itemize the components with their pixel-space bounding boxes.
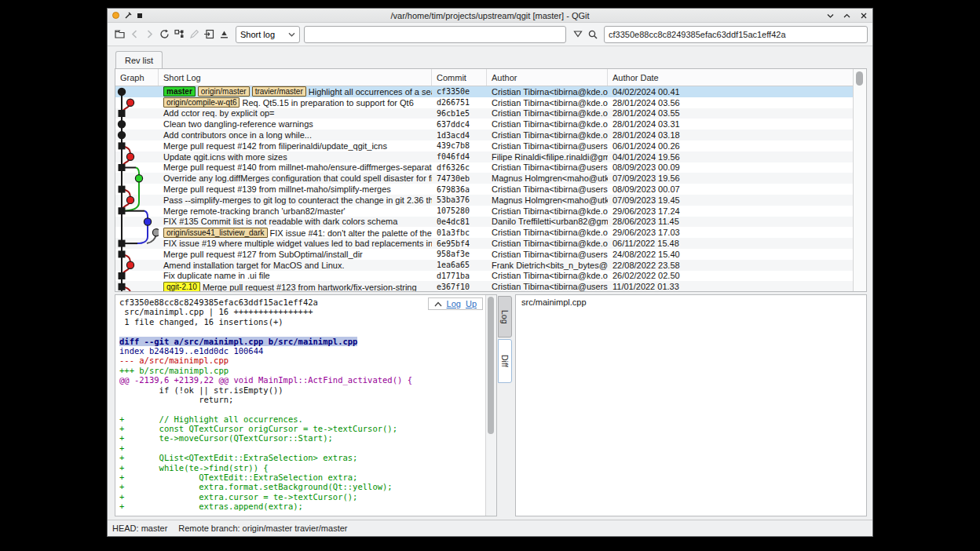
forward-chevron-icon xyxy=(144,28,155,40)
commit-subject: Merge pull request #142 from filiperinal… xyxy=(163,141,387,151)
edit-button[interactable] xyxy=(187,26,202,43)
diff-line: diff --git a/src/mainimpl.cpp b/src/main… xyxy=(119,337,357,346)
log-mode-select[interactable]: Short log xyxy=(236,26,300,43)
commit-date: 28/01/2024 03.31 xyxy=(608,119,866,129)
commit-sha: 1ea6a65 xyxy=(432,261,487,269)
table-row[interactable]: FIX #135 Commit list is not readable wit… xyxy=(115,217,866,228)
table-row[interactable]: Add cctor req. by explicit op= 96cb1e5 C… xyxy=(115,108,866,119)
log-mode-value: Short log xyxy=(240,30,275,39)
diff-text[interactable]: cf3350e88cc8c8249385efac63ddf15ac1eff42a… xyxy=(119,297,485,514)
maximize-button[interactable] xyxy=(843,11,851,20)
table-row[interactable]: Clean two dangling-reference warnings 63… xyxy=(115,119,866,130)
tab-diff[interactable]: Diff xyxy=(498,339,512,383)
branch-badge: origin/issue41_listview_dark xyxy=(163,228,268,238)
diff-line: + const QTextCursor origCursor = te->tex… xyxy=(119,424,485,433)
find-button[interactable] xyxy=(585,26,600,43)
col-header-graph[interactable]: Graph xyxy=(115,69,159,86)
filter-button[interactable] xyxy=(570,26,585,43)
commit-date: 29/06/2023 17.03 xyxy=(608,228,866,237)
file-list-item[interactable]: src/mainimpl.cpp xyxy=(516,295,866,309)
col-header-short-log[interactable]: Short Log xyxy=(159,69,432,86)
table-row[interactable]: Merge remote-tracking branch 'urban82/ma… xyxy=(115,206,866,217)
file-list-panel: src/mainimpl.cpp xyxy=(515,294,867,516)
search-input[interactable] xyxy=(304,26,566,43)
table-row[interactable]: Update qgit.icns with more sizes f046fd4… xyxy=(115,151,866,162)
tag-badge: qgit-2.10 xyxy=(163,282,200,292)
tab-rev-list[interactable]: Rev list xyxy=(115,51,163,68)
save-patch-button[interactable] xyxy=(217,26,232,43)
commit-date: 22/08/2022 23.58 xyxy=(608,261,866,270)
branch-badge: origin/master xyxy=(198,86,250,97)
log-link[interactable]: Log xyxy=(447,299,461,308)
refresh-icon xyxy=(159,28,170,40)
tab-log[interactable]: Log xyxy=(498,296,512,338)
commit-author: Cristian Tibirna<tibirna@kde.org> xyxy=(487,239,608,248)
commit-subject: Pass --simplify-merges to git log to cou… xyxy=(163,195,432,205)
diff-line: + xyxy=(119,443,485,453)
commit-sha: 679836a xyxy=(432,185,487,194)
col-header-author-date[interactable]: Author Date xyxy=(608,69,866,86)
commit-subject: Merge remote-tracking branch 'urban82/ma… xyxy=(163,206,346,216)
table-row[interactable]: Override any log.diffMerges configuratio… xyxy=(115,173,866,184)
table-row[interactable]: masterorigin/mastertravier/masterHighlig… xyxy=(115,86,866,97)
commit-graph xyxy=(115,86,159,292)
toolbar: Short log xyxy=(108,23,872,46)
minimize-button[interactable] xyxy=(826,11,835,20)
table-row[interactable]: Pass --simplify-merges to git log to cou… xyxy=(115,195,866,206)
diff-line: + extras.append(extra); xyxy=(119,502,485,511)
open-folder-button[interactable] xyxy=(112,26,127,43)
vertical-tabbar: Log Diff xyxy=(498,294,514,516)
table-row[interactable]: Fix duplicate name in .ui file d1771ba C… xyxy=(115,271,866,282)
apply-patch-button[interactable] xyxy=(202,26,217,43)
commit-date: 06/11/2022 15.48 xyxy=(608,239,866,248)
chevron-down-icon xyxy=(288,32,295,37)
table-row[interactable]: Merge pull request #127 from SubOptimal/… xyxy=(115,249,866,260)
table-row[interactable]: Merge pull request #142 from filiperinal… xyxy=(115,140,866,151)
commit-author: Cristian Tibirna<tibirna@kde.org> xyxy=(487,271,608,280)
col-header-author[interactable]: Author xyxy=(487,69,608,86)
commit-subject: Merge pull request #139 from millnet-mah… xyxy=(163,184,391,194)
table-row[interactable]: qgit-2.10Merge pull request #123 from ha… xyxy=(115,281,866,292)
col-header-commit[interactable]: Commit xyxy=(432,69,487,86)
refresh-button[interactable] xyxy=(157,26,172,43)
commit-author: Cristian Tibirna<tibirna@users.nor... xyxy=(487,250,608,259)
tree-view-button[interactable] xyxy=(172,26,187,43)
commit-date: 24/08/2022 15.40 xyxy=(608,250,866,259)
table-row[interactable]: FIX issue #19 where multiple widget valu… xyxy=(115,238,866,249)
diff-line: return; xyxy=(119,395,485,404)
commit-author: Cristian Tibirna<tibirna@kde.org> xyxy=(487,130,608,140)
table-row[interactable]: Merge pull request #140 from millnet-mah… xyxy=(115,162,866,173)
branch-badge: origin/compile-w-qt6 xyxy=(163,97,240,108)
qgit-window: /var/home/tim/projects/upstream/qgit [ma… xyxy=(107,8,873,537)
commit-date: 28/01/2024 03.56 xyxy=(608,98,866,108)
commit-date: 06/01/2024 00.26 xyxy=(608,141,866,151)
table-row[interactable]: Add contributors once in a long while...… xyxy=(115,130,866,140)
commit-date: 07/09/2023 19.45 xyxy=(608,195,866,205)
close-button[interactable] xyxy=(859,11,868,20)
commit-subject: FIX issue #41: don't alter the palette o… xyxy=(270,228,432,238)
revlist-scrollbar[interactable] xyxy=(853,69,866,291)
forward-button[interactable] xyxy=(142,26,157,43)
diff-scrollbar-thumb[interactable] xyxy=(488,297,494,434)
branch-badge: master xyxy=(163,86,196,97)
commit-date: 28/01/2024 03.55 xyxy=(608,108,866,118)
diff-scrollbar[interactable] xyxy=(485,295,496,516)
commit-date: 29/06/2023 17.24 xyxy=(608,206,866,216)
commit-date: 04/02/2024 00.41 xyxy=(608,87,866,97)
up-link[interactable]: Up xyxy=(466,299,477,308)
revlist-scrollbar-thumb[interactable] xyxy=(856,71,863,86)
table-row[interactable]: origin/compile-w-qt6Req. Qt5.15 in prepa… xyxy=(115,97,866,108)
statusbar: HEAD: master Remote branch: origin/maste… xyxy=(108,520,872,536)
sha-input[interactable] xyxy=(604,26,868,43)
commit-author: Magnus Holmgren<maho@utklipp... xyxy=(487,173,608,183)
table-row[interactable]: Amend installation target for MacOS and … xyxy=(115,260,866,271)
commit-date: 04/01/2024 19.56 xyxy=(608,152,866,162)
diff-line xyxy=(119,327,485,336)
commit-sha: 0e4dc81 xyxy=(432,217,487,226)
back-button[interactable] xyxy=(127,26,142,43)
commit-author: Cristian Tibirna<tibirna@users.nor... xyxy=(487,162,608,172)
commit-sha: 1075280 xyxy=(432,206,487,215)
table-row[interactable]: origin/issue41_listview_darkFIX issue #4… xyxy=(115,227,866,238)
magnifier-icon xyxy=(587,29,598,40)
table-row[interactable]: Merge pull request #139 from millnet-mah… xyxy=(115,184,866,195)
